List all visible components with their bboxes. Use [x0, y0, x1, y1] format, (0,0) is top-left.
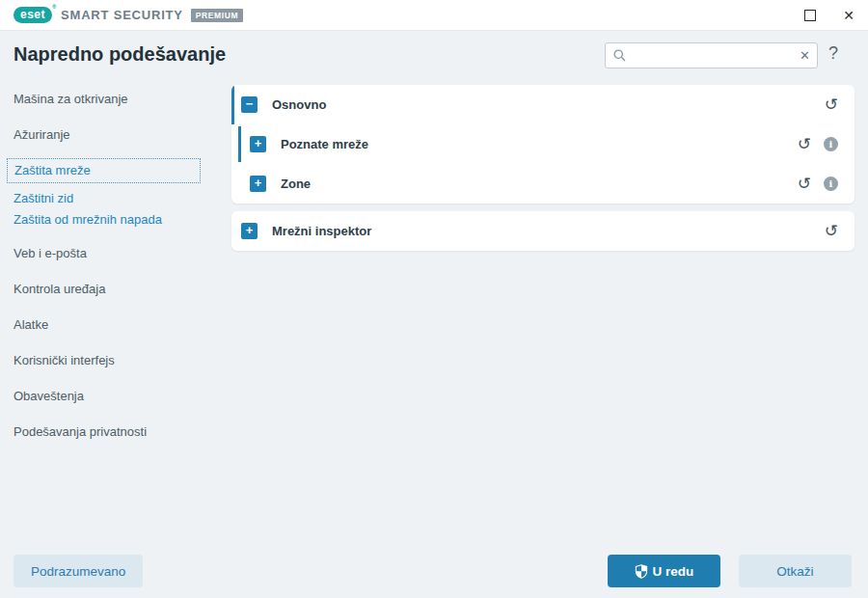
section-row-mrezni-inspektor[interactable]: + Mrežni inspektor ↺	[231, 211, 854, 251]
maximize-button[interactable]	[791, 0, 829, 31]
sidebar-item-notifications[interactable]: Obaveštenja	[0, 384, 222, 408]
undo-icon[interactable]: ↺	[825, 223, 838, 239]
uac-shield-icon	[635, 564, 648, 579]
product-name: SMART SECURITY	[61, 8, 183, 22]
window-controls: ✕	[791, 0, 868, 31]
title-bar: eset ® SMART SECURITY PREMIUM ✕	[0, 0, 868, 31]
expand-icon[interactable]: +	[241, 223, 258, 239]
ok-button-label: U redu	[653, 564, 694, 579]
undo-icon[interactable]: ↺	[825, 96, 838, 113]
close-icon: ✕	[843, 9, 854, 22]
sidebar-item-update[interactable]: Ažuriranje	[0, 122, 222, 147]
section-row-zone[interactable]: + Zone ↺ i	[231, 164, 854, 204]
registered-mark: ®	[52, 4, 57, 10]
undo-icon[interactable]: ↺	[798, 136, 811, 152]
search-input[interactable]	[627, 48, 794, 63]
info-icon[interactable]: i	[824, 177, 838, 191]
search-clear-icon[interactable]: ✕	[794, 48, 810, 63]
section-label: Poznate mreže	[281, 137, 368, 151]
section-label: Mrežni inspektor	[272, 224, 371, 238]
default-button[interactable]: Podrazumevano	[14, 555, 143, 587]
maximize-icon	[804, 10, 816, 21]
collapse-icon[interactable]: −	[241, 96, 258, 113]
search-box[interactable]: ✕	[605, 42, 818, 68]
settings-card-network-inspector: + Mrežni inspektor ↺	[231, 211, 854, 251]
search-icon	[612, 48, 627, 63]
cancel-button[interactable]: Otkaži	[739, 555, 852, 587]
sidebar-item-network-attack-protection[interactable]: Zaštita od mrežnih napada	[0, 209, 222, 230]
sidebar-item-firewall[interactable]: Zaštitni zid	[0, 188, 222, 208]
sidebar-item-tools[interactable]: Alatke	[0, 313, 222, 337]
sidebar-item-web-email[interactable]: Veb i e-pošta	[0, 241, 222, 265]
sidebar-item-detection-engine[interactable]: Mašina za otkrivanje	[0, 87, 222, 111]
close-button[interactable]: ✕	[829, 0, 868, 31]
section-row-poznate-mreze[interactable]: + Poznate mreže ↺ i	[231, 124, 854, 164]
eset-logo-text: eset	[20, 8, 45, 21]
help-icon[interactable]: ?	[828, 43, 838, 64]
settings-card-basic: − Osnovno ↺ + Poznate mreže ↺ i + Zone ↺	[231, 85, 854, 204]
expand-icon[interactable]: +	[250, 136, 266, 152]
info-icon[interactable]: i	[824, 137, 838, 151]
page-title: Napredno podešavanje	[14, 43, 226, 66]
section-label: Osnovno	[272, 97, 326, 112]
sidebar-item-privacy-settings[interactable]: Podešavanja privatnosti	[0, 420, 222, 444]
expand-icon[interactable]: +	[250, 176, 266, 192]
sidebar-item-device-control[interactable]: Kontrola uređaja	[0, 277, 222, 301]
advanced-setup-window: eset ® SMART SECURITY PREMIUM ✕ Napredno…	[0, 0, 868, 598]
ok-button[interactable]: U redu	[608, 555, 720, 587]
settings-panel: − Osnovno ↺ + Poznate mreže ↺ i + Zone ↺	[231, 85, 854, 251]
undo-icon[interactable]: ↺	[798, 176, 811, 192]
sidebar: Mašina za otkrivanje Ažuriranje Zaštita …	[0, 87, 222, 455]
section-row-osnovno[interactable]: − Osnovno ↺	[231, 85, 854, 124]
section-label: Zone	[281, 177, 311, 191]
sidebar-item-user-interface[interactable]: Korisnički interfejs	[0, 348, 222, 372]
premium-badge: PREMIUM	[191, 9, 243, 22]
sidebar-item-network-protection[interactable]: Zaštita mreže	[7, 158, 201, 183]
eset-logo: eset ®	[14, 7, 52, 23]
